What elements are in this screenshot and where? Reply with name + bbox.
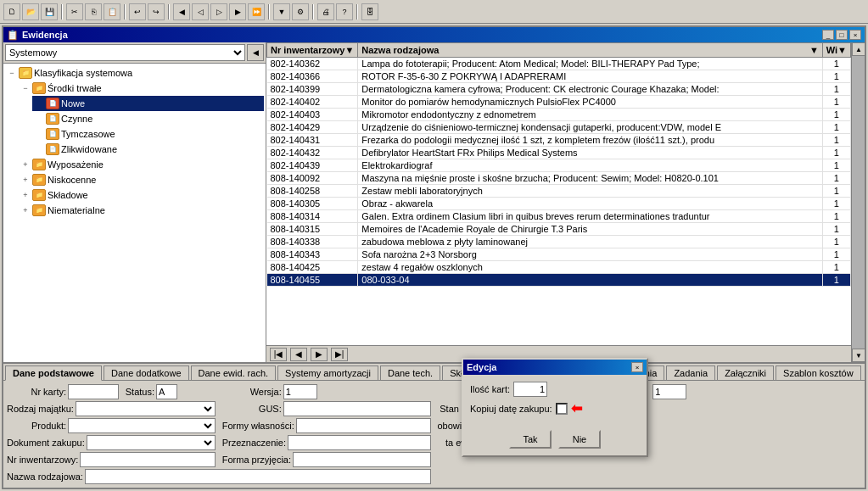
toolbar-undo-btn[interactable]: ↩ [129, 3, 146, 20]
forma-input[interactable] [293, 452, 430, 467]
cell-inv: 808-140305 [267, 198, 358, 210]
cell-name: zabudowa meblowa z płyty laminowanej [358, 236, 822, 248]
gus-label: GUS: [222, 404, 282, 414]
formy-input[interactable] [296, 418, 431, 433]
tab-zadania[interactable]: Zadania [666, 365, 715, 380]
tab-dane-podstawowe[interactable]: Dane podstawowe [5, 365, 102, 381]
table-row[interactable]: 808-140258 Zestaw mebli laboratoryjnych … [267, 185, 851, 198]
toolbar-btn-c[interactable]: ▷ [210, 3, 227, 20]
status-input[interactable] [156, 384, 177, 399]
tree-tymczasowe[interactable]: 📄 Tymczasowe [32, 126, 264, 142]
toolbar-copy-btn[interactable]: ⎘ [85, 3, 102, 20]
tak-button[interactable]: Tak [509, 430, 552, 449]
table-row[interactable]: 808-140455 080-033-04 1 [267, 274, 851, 287]
table-row[interactable]: 802-140431 Frezarka do podologii medyczn… [267, 134, 851, 147]
toolbar-print-btn[interactable]: 🖨 [317, 3, 334, 20]
tab-systemy-amortyzacji[interactable]: Systemy amortyzacji [277, 365, 378, 380]
tree-skladowe[interactable]: + 📁 Składowe [19, 187, 264, 203]
nav-prev-btn[interactable]: ◀ [290, 348, 307, 361]
close-button[interactable]: × [849, 30, 861, 40]
toolbar-cut-btn[interactable]: ✂ [66, 3, 83, 20]
tab-szablon[interactable]: Szablon kosztów [776, 365, 861, 380]
minimize-button[interactable]: _ [822, 30, 834, 40]
tree-zlikwidowane[interactable]: 📄 Zlikwidowane [32, 142, 264, 157]
toolbar-open-btn[interactable]: 📂 [22, 3, 39, 20]
table-row[interactable]: 802-140432 Defibrylator HeartStart FRx P… [267, 147, 851, 159]
table-row[interactable]: 802-140399 Dermatologiczna kamera cyfrow… [267, 83, 851, 96]
toolbar-btn-d[interactable]: ▶ [229, 3, 246, 20]
col-header-name[interactable]: Nazwa rodzajowa ▼ [358, 43, 822, 58]
table-container[interactable]: Nr inwentarzowy ▼ Nazwa rodzajowa ▼ [266, 42, 851, 345]
nr-karty-input[interactable] [68, 384, 119, 399]
system-dropdown[interactable]: Systemowy [5, 44, 245, 61]
nazwa-input[interactable] [85, 469, 431, 484]
table-row[interactable]: 808-140092 Maszyna na mięśnie proste i s… [267, 172, 851, 185]
tree-czynne[interactable]: 📄 Czynne [32, 111, 264, 126]
tree-wyposazenie[interactable]: + 📁 Wyposażenie [19, 157, 264, 172]
toolbar-help-btn[interactable]: ? [336, 3, 353, 20]
dokument-dropdown[interactable] [87, 435, 216, 450]
table-row[interactable]: 808-140343 Sofa narożna 2+3 Norsborg 1 [267, 248, 851, 261]
table-row[interactable]: 802-140439 Elektrokardiograf 1 [267, 159, 851, 172]
table-row[interactable]: 808-140305 Obraz - akwarela 1 [267, 198, 851, 210]
toolbar-new-btn[interactable]: 🗋 [3, 3, 20, 20]
cell-name: Elektrokardiograf [358, 159, 822, 172]
toolbar-btn-b[interactable]: ◁ [192, 3, 209, 20]
tree-srodki-trwale[interactable]: − 📁 Środki trwałe [19, 81, 264, 96]
ilosc-input[interactable] [513, 382, 547, 397]
tree-niskocenne[interactable]: + 📁 Niskocenne [19, 172, 264, 187]
table-row[interactable]: 808-140338 zabudowa meblowa z płyty lami… [267, 236, 851, 248]
tab-dane-dodatkowe[interactable]: Dane dodatkowe [104, 365, 189, 380]
version2-input[interactable] [652, 384, 686, 399]
nav-last-btn[interactable]: ▶| [331, 348, 348, 361]
toolbar-redo-btn[interactable]: ↪ [148, 3, 165, 20]
cell-wi: 1 [822, 96, 850, 109]
table-row[interactable]: 808-140425 zestaw 4 regałów oszklonych 1 [267, 261, 851, 274]
table-row[interactable]: 802-140402 Monitor do pomiarów hemodynam… [267, 96, 851, 109]
dropdown-expand-btn[interactable]: ◀ [247, 44, 264, 61]
bottom-section: Dane podstawowe Dane dodatkowe Dane ewid… [3, 362, 865, 488]
przeznaczenie-input[interactable] [288, 435, 431, 450]
table-row[interactable]: 802-140403 Mikromotor endodontyczny z ed… [267, 109, 851, 121]
nr-inw-input[interactable] [80, 452, 215, 467]
col-header-wi[interactable]: Wi ▼ [822, 43, 850, 58]
nav-next-btn[interactable]: ▶ [311, 348, 328, 361]
gus-input[interactable] [283, 401, 431, 416]
produkt-dropdown[interactable] [68, 418, 216, 433]
wersja-input[interactable] [283, 384, 317, 399]
form-row-rodzaj: Rodzaj majątku: [7, 401, 216, 416]
nav-first-btn[interactable]: |◀ [270, 348, 287, 361]
tab-dane-ewid[interactable]: Dane ewid. rach. [191, 365, 277, 380]
kopiuj-checkbox[interactable] [556, 403, 568, 415]
table-row[interactable]: 802-140429 Urządzenie do ciśnieniowo-ter… [267, 121, 851, 134]
scroll-up-btn[interactable]: ▲ [852, 42, 865, 56]
toolbar-save-btn[interactable]: 💾 [41, 3, 58, 20]
tree-root[interactable]: − 📁 Klasyfikacja systemowa [5, 65, 264, 81]
modal-close-btn[interactable]: × [631, 362, 643, 372]
form-row-empty4 [652, 435, 861, 450]
rodzaj-label: Rodzaj majątku: [7, 404, 74, 414]
right-scrollbar[interactable]: ▲ ▼ [851, 42, 865, 362]
col-header-inv[interactable]: Nr inwentarzowy ▼ [267, 43, 358, 58]
tree-nowe[interactable]: 📄 Nowe [32, 96, 264, 111]
scroll-down-btn[interactable]: ▼ [852, 349, 865, 362]
toolbar-btn-a[interactable]: ◀ [173, 3, 190, 20]
tree-niematerialne[interactable]: + 📁 Niematerialne [19, 203, 264, 218]
table-row[interactable]: 802-140366 ROTOR F-35-6-30 Z POKRYWĄ I A… [267, 70, 851, 83]
table-row[interactable]: 802-140362 Lampa do fototerapii; Produce… [267, 58, 851, 70]
table-row[interactable]: 808-140315 Memoires de l'Academie Royale… [267, 223, 851, 236]
maximize-button[interactable]: □ [836, 30, 848, 40]
table-row[interactable]: 808-140314 Galen. Extra ordinem Clasium … [267, 210, 851, 223]
cell-inv: 802-140399 [267, 83, 358, 96]
tab-dane-tech[interactable]: Dane tech. [380, 365, 440, 380]
scroll-track[interactable] [852, 56, 865, 349]
toolbar-filter-btn[interactable]: ▼ [273, 3, 290, 20]
tab-zalaczniki[interactable]: Załączniki [717, 365, 774, 380]
toolbar-btn-e[interactable]: ⏩ [248, 3, 265, 20]
rodzaj-dropdown[interactable] [76, 401, 216, 416]
nie-button[interactable]: Nie [558, 430, 601, 449]
toolbar-db-btn[interactable]: 🗄 [361, 3, 378, 20]
toolbar-paste-btn[interactable]: 📋 [104, 3, 120, 20]
toolbar-settings-btn[interactable]: ⚙ [292, 3, 309, 20]
tree-label-tymczasowe: Tymczasowe [61, 129, 115, 139]
